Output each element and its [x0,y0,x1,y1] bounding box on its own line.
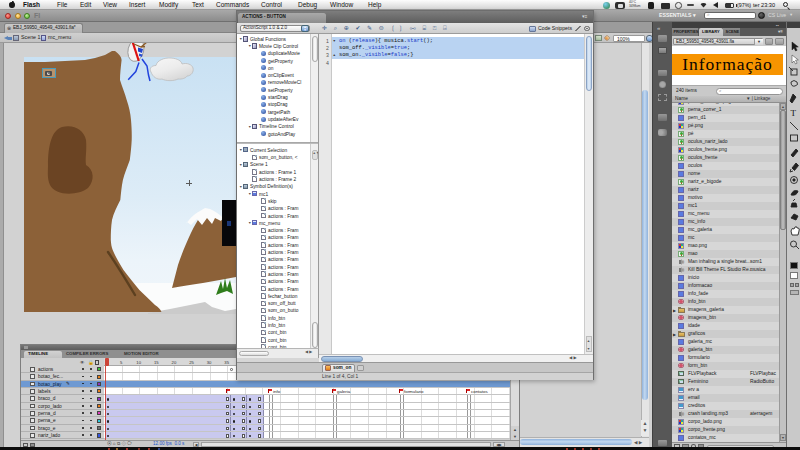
svg-text:T: T [791,108,797,118]
